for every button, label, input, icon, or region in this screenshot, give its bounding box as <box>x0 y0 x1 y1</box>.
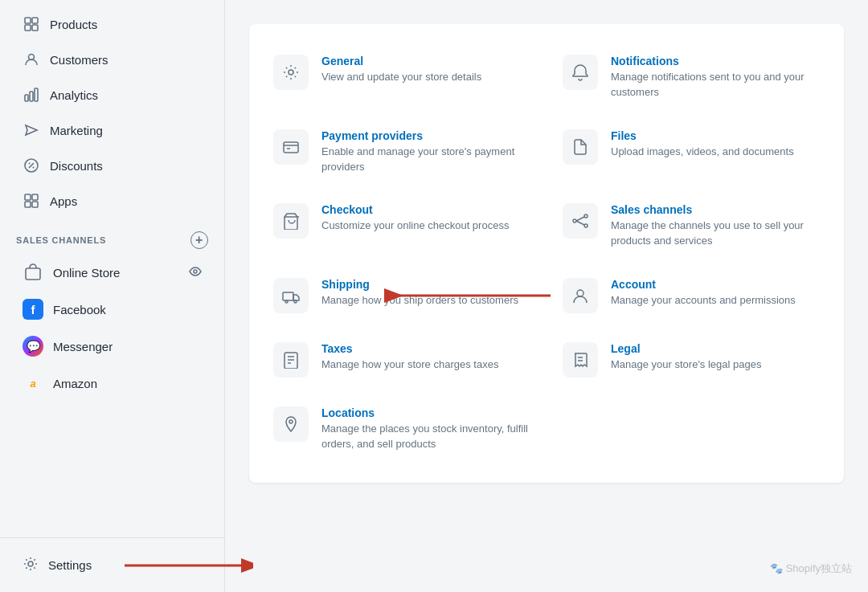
shipping-icon <box>273 278 309 313</box>
apps-icon <box>23 192 40 210</box>
sales-channels-icon <box>563 203 598 239</box>
payment-desc: Enable and manage your store's payment p… <box>321 145 530 175</box>
settings-entry-notifications[interactable]: Notifications Manage notifications sent … <box>547 40 836 115</box>
locations-icon <box>273 406 309 442</box>
svg-rect-23 <box>284 142 298 153</box>
customers-label: Customers <box>50 53 108 67</box>
account-desc: Manage your accounts and permissions <box>611 293 796 308</box>
products-label: Products <box>50 18 97 31</box>
settings-entry-taxes[interactable]: Taxes Manage how your store charges taxe… <box>257 328 547 392</box>
checkout-desc: Customize your online checkout process <box>321 218 509 234</box>
online-store-eye-icon[interactable] <box>189 265 202 280</box>
files-icon <box>563 129 598 165</box>
files-title: Files <box>611 129 794 142</box>
svg-point-22 <box>289 70 293 75</box>
nav-item-analytics[interactable]: Analytics <box>6 78 218 112</box>
svg-point-19 <box>28 561 33 566</box>
svg-rect-17 <box>26 268 40 280</box>
checkout-title: Checkout <box>321 203 509 216</box>
svg-point-11 <box>29 163 31 165</box>
general-desc: View and update your store details <box>321 70 481 85</box>
settings-nav-item[interactable]: Settings <box>6 548 218 582</box>
svg-point-35 <box>577 290 583 296</box>
shipping-text: Shipping Manage how you ship orders to c… <box>321 278 518 308</box>
analytics-icon <box>23 86 40 104</box>
taxes-title: Taxes <box>321 342 498 355</box>
settings-entry-general[interactable]: General View and update your store detai… <box>257 40 547 115</box>
amazon-label: Amazon <box>53 377 202 390</box>
messenger-label: Messenger <box>53 340 202 353</box>
svg-point-12 <box>33 167 35 169</box>
analytics-label: Analytics <box>50 88 98 102</box>
sales-channels-section-label: SALES CHANNELS + <box>0 218 224 254</box>
taxes-desc: Manage how your store charges taxes <box>321 357 498 373</box>
sales-channels-text: Sales channels Manage the channels you u… <box>611 203 820 249</box>
settings-label: Settings <box>48 558 92 572</box>
svg-rect-14 <box>32 194 38 200</box>
discounts-icon <box>23 157 40 174</box>
locations-desc: Manage the places you stock inventory, f… <box>321 422 530 452</box>
svg-point-26 <box>584 224 588 227</box>
marketing-label: Marketing <box>50 124 103 137</box>
sidebar-bottom: Settings <box>0 537 224 592</box>
general-text: General View and update your store detai… <box>321 55 481 85</box>
online-store-icon <box>23 262 43 283</box>
settings-entry-sales-channels[interactable]: Sales channels Manage the channels you u… <box>547 189 836 263</box>
nav-item-marketing[interactable]: Marketing <box>6 113 218 147</box>
svg-rect-7 <box>35 88 38 101</box>
settings-entry-payment[interactable]: Payment providers Enable and manage your… <box>257 115 547 190</box>
main-content: General View and update your store detai… <box>225 0 868 592</box>
nav-item-apps[interactable]: Apps <box>6 184 218 218</box>
settings-entry-account[interactable]: Account Manage your accounts and permiss… <box>547 263 836 328</box>
checkout-icon <box>273 203 309 239</box>
svg-point-42 <box>289 420 293 423</box>
discounts-label: Discounts <box>50 159 103 173</box>
settings-entry-locations[interactable]: Locations Manage the places you stock in… <box>257 392 547 467</box>
marketing-icon <box>23 121 40 139</box>
sales-channels-desc: Manage the channels you use to sell your… <box>611 218 820 249</box>
notifications-title: Notifications <box>611 55 820 67</box>
shipping-title: Shipping <box>321 278 518 291</box>
channel-amazon[interactable]: a Amazon <box>6 365 218 401</box>
apps-label: Apps <box>50 194 77 208</box>
settings-grid: General View and update your store detai… <box>257 40 836 467</box>
svg-point-31 <box>285 300 288 303</box>
general-icon <box>273 55 309 90</box>
legal-icon <box>563 342 598 378</box>
locations-title: Locations <box>321 406 530 419</box>
nav-item-products[interactable]: Products <box>6 7 218 41</box>
settings-entry-files[interactable]: Files Upload images, videos, and documen… <box>547 115 836 190</box>
nav-item-discounts[interactable]: Discounts <box>6 149 218 182</box>
sidebar: Products Customers Analytics Marketing <box>0 0 225 592</box>
svg-point-25 <box>584 214 588 218</box>
settings-entry-legal[interactable]: Legal Manage your store's legal pages <box>547 328 836 392</box>
svg-point-27 <box>573 219 576 223</box>
sales-channels-title: Sales channels <box>611 203 820 216</box>
channel-online-store[interactable]: Online Store <box>6 255 218 290</box>
watermark: 🐾 Shopify独立站 <box>770 561 852 576</box>
customers-icon <box>23 51 40 68</box>
settings-entry-checkout[interactable]: Checkout Customize your online checkout … <box>257 189 547 263</box>
notifications-desc: Manage notifications sent to you and you… <box>611 70 820 100</box>
account-icon <box>563 278 598 313</box>
channel-facebook[interactable]: f Facebook <box>6 292 218 327</box>
facebook-label: Facebook <box>53 303 202 316</box>
svg-rect-0 <box>25 18 31 23</box>
svg-rect-6 <box>30 92 33 101</box>
account-text: Account Manage your accounts and permiss… <box>611 278 796 308</box>
general-title: General <box>321 55 481 67</box>
svg-point-32 <box>294 300 297 303</box>
svg-rect-3 <box>32 25 38 31</box>
add-sales-channel-button[interactable]: + <box>190 231 208 249</box>
nav-item-customers[interactable]: Customers <box>6 43 218 76</box>
facebook-icon: f <box>23 299 43 320</box>
svg-point-18 <box>194 270 197 273</box>
svg-rect-36 <box>285 353 297 369</box>
svg-line-28 <box>576 217 584 221</box>
settings-entry-shipping[interactable]: Shipping Manage how you ship orders to c… <box>257 263 547 328</box>
shipping-desc: Manage how you ship orders to customers <box>321 293 518 308</box>
legal-text: Legal Manage your store's legal pages <box>611 342 761 373</box>
svg-rect-30 <box>283 292 293 300</box>
channel-messenger[interactable]: 💬 Messenger <box>6 329 218 364</box>
account-title: Account <box>611 278 796 291</box>
